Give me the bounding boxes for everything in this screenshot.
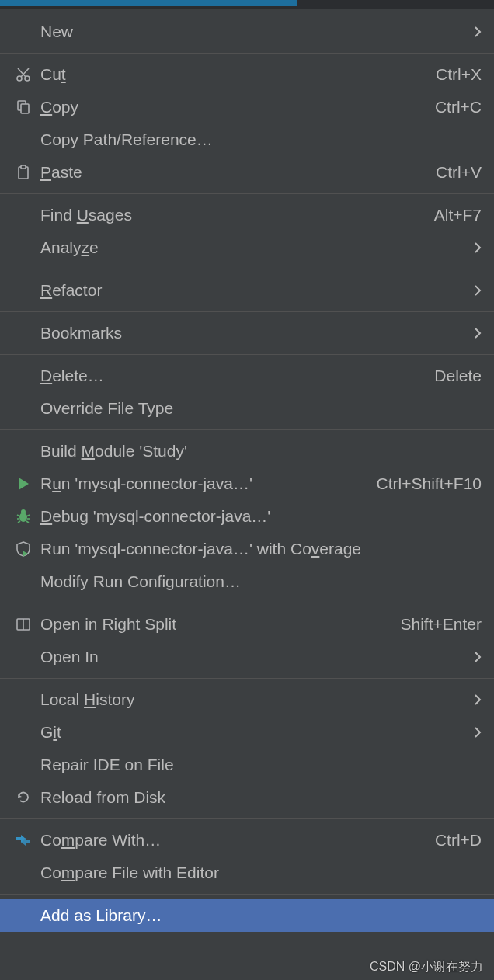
menu-item-open-right-split[interactable]: Open in Right Split Shift+Enter bbox=[0, 608, 494, 641]
menu-item-modify-run-config[interactable]: Modify Run Configuration… bbox=[0, 565, 494, 598]
separator bbox=[0, 818, 494, 819]
menu-item-bookmarks[interactable]: Bookmarks bbox=[0, 317, 494, 349]
menu-item-run-coverage[interactable]: Run 'mysql-connector-java…' with Coverag… bbox=[0, 533, 494, 565]
menu-item-delete[interactable]: Delete… Delete bbox=[0, 360, 494, 392]
copy-icon bbox=[6, 99, 40, 116]
menu-item-label: Repair IDE on File bbox=[40, 756, 482, 774]
separator bbox=[0, 269, 494, 269]
shield-run-icon bbox=[6, 540, 40, 558]
menu-item-label: Add as Library… bbox=[40, 906, 482, 925]
submenu-arrow-icon bbox=[464, 726, 482, 738]
menu-item-label: Run 'mysql-connector-java…' bbox=[40, 474, 367, 493]
separator bbox=[0, 894, 494, 895]
separator bbox=[0, 603, 494, 603]
separator bbox=[0, 429, 494, 430]
shortcut-label: Shift+Enter bbox=[391, 615, 482, 634]
separator bbox=[0, 354, 494, 355]
separator bbox=[0, 193, 494, 194]
menu-item-label: Bookmarks bbox=[40, 324, 464, 342]
menu-item-repair-ide[interactable]: Repair IDE on File bbox=[0, 749, 494, 781]
menu-item-label: Analyze bbox=[40, 238, 464, 257]
svg-point-9 bbox=[21, 509, 26, 514]
menu-item-override-file-type[interactable]: Override File Type bbox=[0, 392, 494, 425]
menu-item-label: Compare With… bbox=[40, 831, 426, 850]
menu-item-label: Local History bbox=[40, 690, 464, 709]
menu-item-label: Modify Run Configuration… bbox=[40, 572, 482, 591]
separator bbox=[0, 311, 494, 312]
menu-item-label: Reload from Disk bbox=[40, 788, 482, 807]
menu-item-label: Cut bbox=[40, 65, 426, 84]
menu-item-add-as-library[interactable]: Add as Library… bbox=[0, 899, 494, 932]
window-titlebar-fragment bbox=[0, 0, 494, 9]
shortcut-label: Ctrl+C bbox=[426, 98, 482, 116]
separator bbox=[0, 678, 494, 679]
menu-item-copy-path[interactable]: Copy Path/Reference… bbox=[0, 123, 494, 156]
menu-item-debug[interactable]: Debug 'mysql-connector-java…' bbox=[0, 500, 494, 533]
menu-item-build-module[interactable]: Build Module 'Study' bbox=[0, 435, 494, 467]
svg-line-14 bbox=[18, 521, 20, 523]
menu-item-label: Copy bbox=[40, 98, 426, 116]
menu-item-label: Open In bbox=[40, 648, 464, 666]
menu-item-label: Build Module 'Study' bbox=[40, 442, 482, 460]
submenu-arrow-icon bbox=[464, 284, 482, 297]
submenu-arrow-icon bbox=[464, 651, 482, 663]
clipboard-icon bbox=[6, 164, 40, 181]
submenu-arrow-icon bbox=[464, 327, 482, 339]
menu-item-label: Run 'mysql-connector-java…' with Coverag… bbox=[40, 540, 482, 558]
compare-icon bbox=[6, 832, 40, 849]
menu-item-analyze[interactable]: Analyze bbox=[0, 231, 494, 264]
submenu-arrow-icon bbox=[464, 693, 482, 706]
svg-rect-5 bbox=[21, 104, 29, 113]
menu-item-compare-with[interactable]: Compare With… Ctrl+D bbox=[0, 824, 494, 857]
menu-item-copy[interactable]: Copy Ctrl+C bbox=[0, 91, 494, 123]
menu-item-label: Find Usages bbox=[40, 206, 425, 224]
shortcut-label: Ctrl+X bbox=[426, 65, 482, 84]
menu-item-label: Git bbox=[40, 723, 464, 742]
menu-item-label: Refactor bbox=[40, 281, 464, 300]
shortcut-label: Ctrl+V bbox=[426, 163, 482, 182]
menu-item-label: New bbox=[40, 23, 464, 41]
svg-line-10 bbox=[17, 515, 20, 516]
menu-item-new[interactable]: New bbox=[0, 16, 494, 48]
menu-item-label: Debug 'mysql-connector-java…' bbox=[40, 507, 482, 526]
menu-item-reload-from-disk[interactable]: Reload from Disk bbox=[0, 781, 494, 814]
run-icon bbox=[6, 476, 40, 492]
menu-item-label: Compare File with Editor bbox=[40, 864, 482, 882]
bug-icon bbox=[6, 508, 40, 525]
shortcut-label: Ctrl+Shift+F10 bbox=[367, 474, 482, 493]
svg-line-11 bbox=[26, 515, 30, 516]
shortcut-label: Delete bbox=[425, 367, 482, 385]
submenu-arrow-icon bbox=[464, 242, 482, 254]
menu-item-label: Override File Type bbox=[40, 399, 482, 418]
reload-icon bbox=[6, 789, 40, 806]
menu-item-label: Delete… bbox=[40, 367, 425, 385]
svg-rect-7 bbox=[21, 165, 26, 169]
menu-item-cut[interactable]: Cut Ctrl+X bbox=[0, 58, 494, 91]
menu-item-open-in[interactable]: Open In bbox=[0, 641, 494, 673]
menu-item-label: Paste bbox=[40, 163, 426, 182]
watermark-text: CSDN @小谢在努力 bbox=[370, 959, 483, 975]
menu-item-local-history[interactable]: Local History bbox=[0, 683, 494, 716]
shortcut-label: Alt+F7 bbox=[425, 206, 482, 224]
menu-item-find-usages[interactable]: Find Usages Alt+F7 bbox=[0, 199, 494, 231]
menu-item-paste[interactable]: Paste Ctrl+V bbox=[0, 156, 494, 189]
menu-item-compare-file-editor[interactable]: Compare File with Editor bbox=[0, 857, 494, 889]
menu-item-label: Copy Path/Reference… bbox=[40, 130, 482, 149]
submenu-arrow-icon bbox=[464, 26, 482, 38]
svg-line-15 bbox=[26, 521, 29, 523]
shortcut-label: Ctrl+D bbox=[426, 831, 482, 850]
separator bbox=[0, 53, 494, 54]
menu-item-label: Open in Right Split bbox=[40, 615, 391, 634]
menu-item-refactor[interactable]: Refactor bbox=[0, 274, 494, 307]
menu-item-run[interactable]: Run 'mysql-connector-java…' Ctrl+Shift+F… bbox=[0, 467, 494, 500]
split-right-icon bbox=[6, 616, 40, 633]
context-menu: New Cut Ctrl+X Copy Ctrl+C Copy Path/Ref… bbox=[0, 9, 494, 932]
scissors-icon bbox=[6, 66, 40, 83]
menu-item-git[interactable]: Git bbox=[0, 716, 494, 749]
